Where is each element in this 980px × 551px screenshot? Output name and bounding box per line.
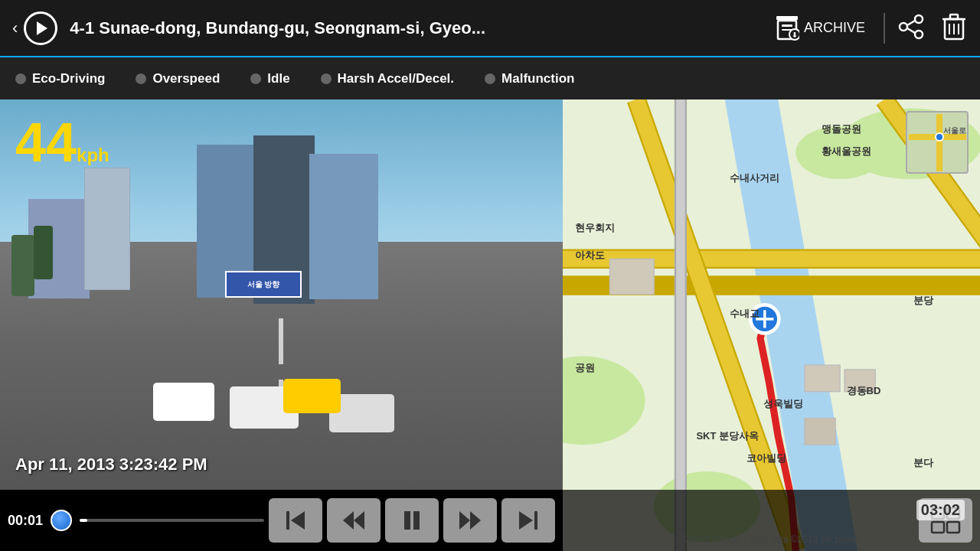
skip-to-end-button[interactable] bbox=[501, 498, 555, 543]
map-credit: ©2013 Google - Map data ©2013 SK planet bbox=[682, 534, 861, 545]
speed-unit: kph bbox=[77, 145, 109, 165]
map-label-hyeonwoo: 현우회지 bbox=[575, 221, 615, 235]
svg-point-8 bbox=[915, 31, 923, 38]
svg-marker-20 bbox=[354, 511, 364, 530]
pause-icon bbox=[400, 508, 424, 533]
skip-to-end-icon bbox=[516, 508, 541, 533]
svg-line-10 bbox=[907, 28, 915, 33]
time-total: 03:02 bbox=[916, 500, 965, 520]
skip-to-start-button[interactable] bbox=[269, 498, 322, 543]
svg-rect-2 bbox=[782, 24, 792, 27]
map-label-maengdol: 맹돌공원 bbox=[822, 122, 861, 136]
svg-rect-35 bbox=[805, 418, 835, 445]
archive-button[interactable]: ⬇ ARCHIVE bbox=[775, 15, 865, 42]
tab-dot-idle bbox=[250, 73, 261, 84]
tab-label-malfunction: Malfunction bbox=[501, 71, 574, 86]
svg-point-6 bbox=[915, 15, 923, 23]
tab-label-idle: Idle bbox=[267, 71, 289, 86]
mini-map-thumbnail: 서울로 bbox=[906, 111, 969, 174]
map-panel[interactable]: 맹돌공원 황새울공원 수내사거리 현우회지 아차도 수내교 공원 성욱빌딩 경동… bbox=[563, 99, 980, 551]
tab-label-overspeed: Overspeed bbox=[152, 71, 220, 86]
trash-icon bbox=[940, 11, 968, 42]
play-button[interactable] bbox=[24, 11, 57, 45]
archive-label: ARCHIVE bbox=[804, 20, 865, 36]
svg-rect-26 bbox=[534, 511, 537, 530]
tab-dot-malfunction bbox=[485, 73, 495, 84]
svg-rect-45 bbox=[932, 522, 944, 533]
delete-button[interactable] bbox=[940, 11, 968, 44]
rewind-button[interactable] bbox=[327, 498, 381, 543]
svg-rect-22 bbox=[413, 511, 420, 530]
tab-idle[interactable]: Idle bbox=[250, 71, 289, 86]
map-label-seonguk: 성욱빌딩 bbox=[763, 397, 803, 411]
tab-label-eco: Eco-Driving bbox=[32, 71, 105, 86]
svg-marker-23 bbox=[459, 511, 470, 530]
main-content: 서울 방향 44kph Apr 11, 2013 3:23:42 PM 00:0… bbox=[0, 99, 980, 551]
share-button[interactable] bbox=[897, 13, 925, 43]
map-label-koa: 코아빌딩 bbox=[746, 452, 786, 465]
svg-marker-18 bbox=[291, 511, 305, 530]
pause-button[interactable] bbox=[385, 498, 439, 543]
svg-point-7 bbox=[900, 23, 907, 31]
svg-text:서울로: 서울로 bbox=[943, 126, 966, 135]
svg-marker-19 bbox=[343, 511, 354, 530]
svg-rect-21 bbox=[404, 511, 410, 530]
map-label-park: 공원 bbox=[575, 361, 595, 375]
tab-malfunction[interactable]: Malfunction bbox=[485, 71, 574, 86]
rewind-icon bbox=[341, 508, 366, 533]
svg-line-9 bbox=[907, 21, 915, 25]
fast-forward-button[interactable] bbox=[443, 498, 497, 543]
speed-display: 44kph bbox=[15, 115, 109, 170]
svg-rect-36 bbox=[609, 259, 654, 294]
progress-fill bbox=[80, 519, 87, 522]
map-label-skt: SKT 분당사옥 bbox=[696, 429, 759, 443]
svg-marker-24 bbox=[470, 511, 481, 530]
svg-rect-46 bbox=[947, 522, 959, 533]
top-bar: ‹ 4-1 Sunae-dong, Bundang-gu, Seongnam-s… bbox=[0, 0, 980, 57]
fast-forward-icon bbox=[458, 508, 482, 533]
tab-overspeed[interactable]: Overspeed bbox=[136, 71, 220, 86]
svg-marker-25 bbox=[519, 511, 533, 530]
map-label-bundang2: 분다 bbox=[913, 456, 933, 470]
time-current: 00:01 bbox=[8, 513, 43, 529]
progress-track[interactable] bbox=[80, 519, 264, 522]
map-label-sunae-bridge: 수내교 bbox=[730, 307, 760, 321]
video-title: 4-1 Sunae-dong, Bundang-gu, Seongnam-si,… bbox=[70, 18, 775, 38]
tab-label-harsh: Harsh Accel/Decel. bbox=[338, 71, 454, 86]
map-label-gyeongdong: 경동BD bbox=[847, 384, 881, 398]
map-label-sunae-cross: 수내사거리 bbox=[730, 171, 779, 185]
map-label-bundang1: 분당 bbox=[913, 294, 933, 308]
tab-eco-driving[interactable]: Eco-Driving bbox=[15, 71, 105, 86]
vertical-divider bbox=[884, 13, 885, 44]
speed-value: 44 bbox=[15, 112, 77, 173]
skip-to-start-icon bbox=[283, 508, 308, 533]
mini-map-svg: 서울로 bbox=[909, 114, 966, 171]
share-icon bbox=[897, 13, 925, 41]
tab-dot-eco bbox=[15, 73, 26, 84]
tab-dot-overspeed bbox=[136, 73, 146, 84]
svg-point-42 bbox=[936, 133, 943, 141]
svg-rect-17 bbox=[286, 511, 289, 530]
map-label-hwangsaeul: 황새울공원 bbox=[822, 145, 871, 158]
tab-bar: Eco-Driving Overspeed Idle Harsh Accel/D… bbox=[0, 57, 980, 99]
svg-rect-33 bbox=[805, 365, 840, 392]
video-controls-bar: 00:01 bbox=[0, 490, 563, 551]
svg-rect-13 bbox=[950, 15, 958, 19]
tab-dot-harsh bbox=[321, 73, 332, 84]
archive-icon: ⬇ bbox=[775, 15, 799, 42]
back-button[interactable]: ‹ bbox=[12, 18, 18, 38]
tab-harsh-accel[interactable]: Harsh Accel/Decel. bbox=[321, 71, 454, 86]
video-timestamp: Apr 11, 2013 3:23:42 PM bbox=[15, 455, 207, 474]
svg-text:⬇: ⬇ bbox=[792, 31, 798, 39]
map-label-achado: 아차도 bbox=[575, 249, 605, 262]
svg-rect-0 bbox=[776, 16, 798, 20]
progress-handle[interactable] bbox=[51, 510, 72, 531]
video-panel: 서울 방향 44kph Apr 11, 2013 3:23:42 PM 00:0… bbox=[0, 99, 563, 551]
